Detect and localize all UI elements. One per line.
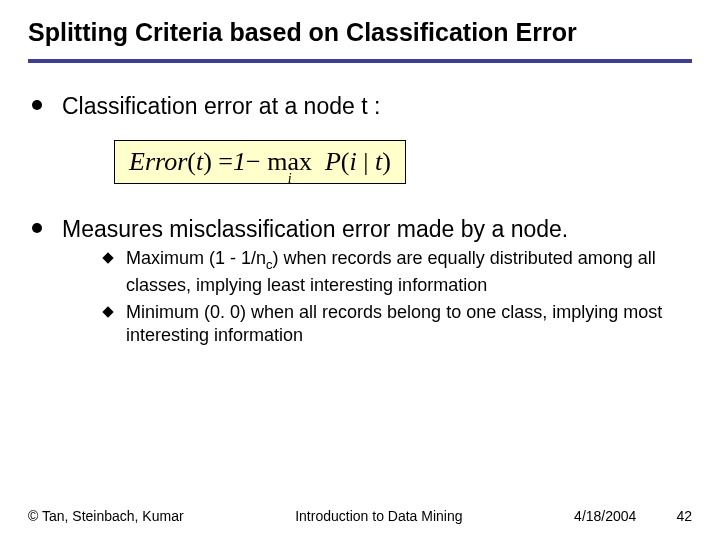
formula-i: i [350, 147, 357, 176]
diamond-icon [102, 252, 113, 263]
footer-authors: © Tan, Steinbach, Kumar [28, 508, 184, 524]
max-operator: maxi [267, 147, 312, 177]
title-underline [28, 59, 692, 63]
bullet-item-1: Classification error at a node t : [32, 91, 692, 122]
slide-title: Splitting Criteria based on Classificati… [28, 18, 692, 47]
bullet-icon [32, 223, 42, 233]
formula-P: P [325, 147, 341, 176]
error-formula: Error(t) =1− maxi P(i | t) [114, 140, 406, 184]
bullet-item-2: Measures misclassification error made by… [32, 214, 692, 352]
footer-course: Introduction to Data Mining [295, 508, 462, 524]
sub-bullet-text: Maximum (1 - 1/nc) when records are equa… [126, 247, 692, 297]
formula-lhs: Error [129, 147, 187, 176]
diamond-icon [102, 306, 113, 317]
formula-bar: | [363, 147, 368, 176]
sub1-part-a: Maximum (1 - 1/n [126, 248, 266, 268]
bullet-text: Measures misclassification error made by… [62, 214, 692, 352]
point2-text: Measures misclassification error made by… [62, 216, 568, 242]
sub-bullet-1: Maximum (1 - 1/nc) when records are equa… [104, 247, 692, 297]
formula-container: Error(t) =1− maxi P(i | t) [114, 140, 692, 184]
sub-list: Maximum (1 - 1/nc) when records are equa… [62, 247, 692, 348]
footer-page: 42 [676, 508, 692, 524]
bullet-icon [32, 100, 42, 110]
footer-date: 4/18/2004 [574, 508, 636, 524]
sub-bullet-text: Minimum (0. 0) when all records belong t… [126, 301, 692, 348]
formula-minus: − [246, 147, 261, 176]
formula-one: 1 [233, 147, 246, 176]
sub-bullet-2: Minimum (0. 0) when all records belong t… [104, 301, 692, 348]
bullet-text: Classification error at a node t : [62, 91, 380, 122]
slide-body: Classification error at a node t : Error… [28, 91, 692, 352]
max-subscript: i [288, 171, 292, 187]
slide-footer: © Tan, Steinbach, Kumar Introduction to … [28, 508, 692, 524]
formula-eq: = [218, 147, 233, 176]
